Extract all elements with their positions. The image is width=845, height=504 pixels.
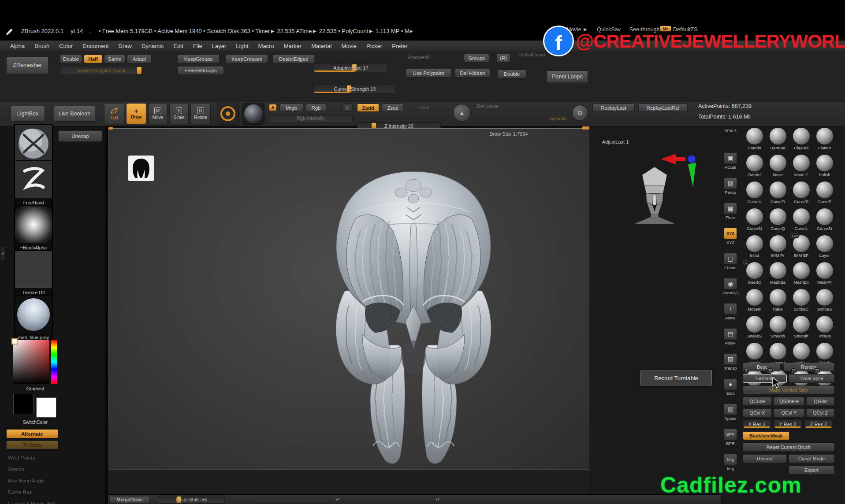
menu-item[interactable]: Dynamic [137, 43, 169, 49]
rgb-intensity-slider[interactable]: Rgb Intensity [269, 114, 353, 122]
zremesher-button[interactable]: ZRemesher [6, 56, 48, 74]
menu-item[interactable]: Edit [168, 43, 188, 49]
shelf-button[interactable]: ▥ Xpose [720, 404, 741, 426]
brush-item[interactable]: SnakeS [743, 315, 766, 338]
brush-item[interactable]: ZModel [743, 154, 766, 177]
rgb-button[interactable]: Rgb [306, 104, 326, 112]
groups-button[interactable]: Groups [464, 54, 489, 63]
menu-item[interactable]: Light [231, 43, 253, 49]
brush-item[interactable]: 1 InsertC [743, 262, 766, 285]
shelf-button[interactable]: ▧ Transp [720, 353, 741, 375]
shelf-button[interactable]: ● Solo [720, 378, 741, 400]
brush-item[interactable]: Standa [743, 127, 766, 150]
brush-item[interactable]: Layer [813, 235, 836, 258]
adaptive-size-slider[interactable]: AdaptiveSize 17 [314, 63, 388, 72]
brush-item[interactable]: Smooth [789, 315, 813, 338]
sculpt-canvas[interactable] [108, 128, 589, 471]
brush-item[interactable]: CurveU [743, 181, 766, 204]
qcyl-y-button[interactable]: QCyl Y [774, 408, 804, 417]
shelf-button[interactable]: ◉ Zoom3D [720, 278, 741, 300]
keepcreases-button[interactable]: KeepCreases [226, 55, 268, 63]
m-only-button[interactable]: M [342, 104, 353, 112]
brush-item[interactable]: CurveP [813, 181, 836, 204]
brush-item[interactable]: Rake [766, 289, 789, 311]
shelf-button[interactable]: ▢ Frame [720, 253, 741, 275]
sculptris-pro-icon[interactable]: ▲ [453, 104, 471, 122]
alternate-button[interactable]: Alternate [6, 429, 58, 438]
brush-item[interactable]: Smooth [766, 315, 789, 338]
brush-item[interactable]: 120 IMM BF [789, 235, 813, 258]
x-res-slider[interactable]: X Res 2 [743, 420, 771, 429]
adapt-button[interactable]: Adapt [127, 55, 152, 63]
qcyl-x-button[interactable]: QCyl X [743, 408, 772, 417]
mergedown-button[interactable]: MergeDown [109, 496, 150, 503]
dynamic-label[interactable]: Dynamic [548, 116, 566, 121]
use-polypaint-button[interactable]: Use Polypaint [406, 69, 451, 78]
qgrid-button[interactable]: QGrid [806, 397, 834, 406]
canvas-scroll-handle-left[interactable] [108, 127, 113, 130]
brush-item[interactable]: ScribeS [813, 289, 836, 311]
brush-item[interactable]: CurveQ [766, 208, 789, 231]
double-mode-button[interactable]: Double [497, 70, 526, 78]
dynamic-mode-icon[interactable]: D [572, 105, 588, 121]
menu-item[interactable]: Prefer [387, 43, 412, 49]
brush-item[interactable]: MeshBa [766, 262, 789, 285]
menu-item[interactable]: File [188, 43, 207, 49]
hue-bar[interactable] [51, 340, 57, 384]
brush-item[interactable]: ClayBui [789, 127, 813, 150]
shelf-button[interactable]: ▤ PolyF [720, 328, 741, 350]
brush-item[interactable]: CurveL [789, 208, 813, 231]
sidebar-divider[interactable] [105, 126, 108, 504]
lightbox-button[interactable]: LightBox [11, 106, 45, 122]
qsphere-button[interactable]: QSphere [774, 397, 804, 406]
menu-item[interactable]: Movie [336, 43, 361, 49]
z-res-slider[interactable]: Z Res 2 [804, 420, 833, 429]
sharpen-label[interactable]: SharpenM [407, 55, 430, 60]
qcyl-z-button[interactable]: QCyl Z [806, 408, 834, 417]
switchcolor-label[interactable]: SwitchColor [0, 419, 71, 425]
qcube-button[interactable]: QCube [743, 397, 772, 406]
brush-item[interactable]: ChiselB [813, 342, 836, 365]
brush-item[interactable]: CurveSt [743, 208, 766, 231]
menu-item[interactable]: Macro [253, 43, 279, 49]
brush-item[interactable]: Topolo [743, 342, 766, 365]
menu-item[interactable]: Picker [361, 43, 387, 49]
focal-shift-slider[interactable]: Focal Shift -56 [158, 496, 225, 504]
material-sphere-icon[interactable] [242, 103, 264, 125]
panel-collapse-arrow[interactable]: ◂ [0, 247, 5, 260]
brush-item[interactable]: CurveTi [789, 181, 813, 204]
scale-mode-button[interactable]: S Scale [169, 103, 189, 124]
target-polygons-slider[interactable]: Target Polygons Count [60, 66, 142, 75]
live-boolean-button[interactable]: Live Boolean [54, 106, 95, 122]
stroke-thumbnail[interactable]: FreeHand [14, 160, 53, 206]
double-button[interactable]: Double [60, 55, 82, 63]
detectedges-button[interactable]: DetectEdges [272, 55, 315, 63]
freezegroups-button[interactable]: FreezeGroups [177, 66, 224, 75]
brush-item[interactable]: Inflat [743, 235, 766, 258]
keepgroups-button[interactable]: KeepGroups [177, 55, 220, 63]
shelf-button[interactable]: ▣ Actual [720, 152, 741, 174]
zsub-button[interactable]: Zsub [382, 104, 404, 112]
rotate-mode-button[interactable]: R Rotate [190, 103, 211, 124]
brush-item[interactable]: MeshEx [789, 262, 813, 285]
mrgb-button[interactable]: Mrgb [279, 104, 303, 112]
shelf-button[interactable]: XYZ XYZ [720, 228, 741, 250]
texture-thumbnail[interactable]: Texture Off [14, 250, 53, 296]
color-picker[interactable] [13, 340, 57, 384]
shelf-button[interactable]: ▦ Floor [720, 203, 741, 225]
timelapse-button[interactable]: TimeLapse [789, 374, 834, 383]
brush-item[interactable]: CurveSt [813, 208, 836, 231]
replaylast-button[interactable]: ReplayLast [592, 104, 635, 112]
tool-thumbnail[interactable] [128, 156, 154, 181]
shelf-button[interactable]: ▨ Persp [720, 178, 741, 200]
brush-item[interactable]: ScribeC [789, 289, 813, 311]
menu-item[interactable]: Color [54, 43, 78, 49]
gradient-label[interactable]: Gradient [0, 386, 71, 391]
brush-item[interactable]: Flatten [813, 127, 836, 150]
menu-item[interactable]: Material [306, 43, 336, 49]
shelf-button[interactable]: SPix 3 [720, 127, 741, 149]
menu-item[interactable]: Document [78, 43, 113, 49]
material-thumbnail[interactable]: mah_blue-gray [14, 295, 53, 341]
menu-item[interactable]: Brush [30, 43, 54, 49]
panel-loops-button[interactable]: Panel Loops [547, 70, 588, 83]
